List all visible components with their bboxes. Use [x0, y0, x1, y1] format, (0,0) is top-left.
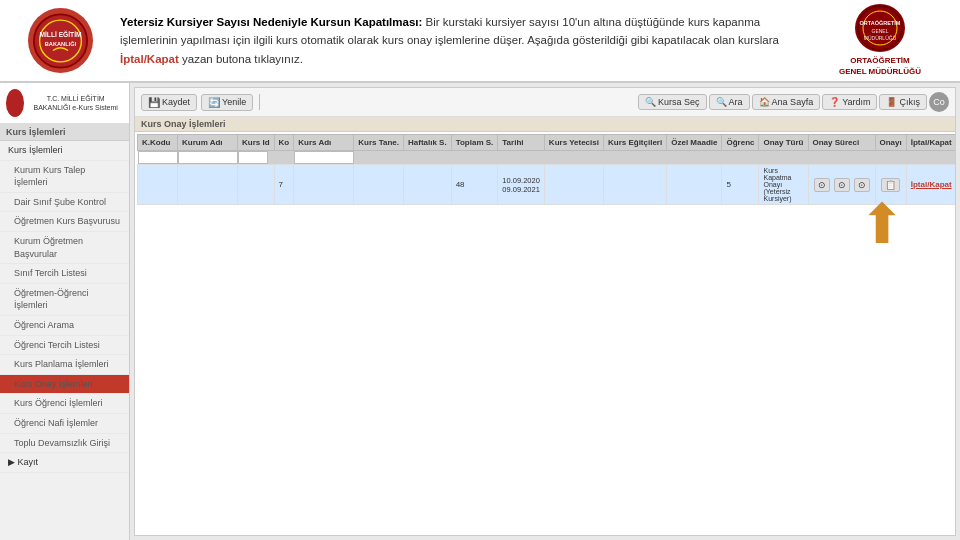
cell-onay-sureci: ⊙ ⊙ ⊙ [808, 165, 875, 205]
sidebar-item-ogretmen-ogrenci[interactable]: Öğretmen-Öğrenci İşlemleri [0, 284, 129, 316]
ara-icon: 🔍 [716, 97, 727, 107]
col-ko: Ko [274, 135, 294, 151]
col-kurs-adi: Kurs Adı [294, 135, 354, 151]
top-header: MİLLİ EĞİTİM BAKANLIĞI Yetersiz Kursiyer… [0, 0, 960, 81]
toolbar-separator [259, 94, 260, 110]
kursa-sec-icon: 🔍 [645, 97, 656, 107]
sidebar-item-ogrenci-nafi[interactable]: Öğrenci Nafi İşlemler [0, 414, 129, 434]
sidebar-logo-text: T.C. MİLLİ EĞİTİM BAKANLIĞI e-Kurs Siste… [28, 94, 123, 112]
refresh-label: Yenile [222, 97, 246, 107]
cell-kurum-adi [178, 165, 238, 205]
toolbar-search: 🔍 Kursa Seç 🔍 Ara 🏠 Ana Sayfa ❓ Yardım [638, 92, 949, 112]
cikis-button[interactable]: 🚪 Çıkış [879, 94, 927, 110]
save-label: Kaydet [162, 97, 190, 107]
header-title-bold: Yetersiz Kursiyer Sayısı Nedeniyle Kursu… [120, 16, 422, 28]
cell-yetecisi [544, 165, 603, 205]
sidebar: T.C. MİLLİ EĞİTİM BAKANLIĞI e-Kurs Siste… [0, 83, 130, 540]
header-text: Yetersiz Kursiyer Sayısı Nedeniyle Kursu… [100, 13, 820, 68]
col-yetecisi: Kurs Yetecisi [544, 135, 603, 151]
sidebar-item-kurs-onay[interactable]: Kurs Onay İşlemleri [0, 375, 129, 395]
ara-label: Ara [729, 97, 743, 107]
sidebar-section-title: Kurs İşlemleri [0, 124, 129, 141]
onayi-btn[interactable]: 📋 [881, 178, 900, 192]
ana-sayfa-button[interactable]: 🏠 Ana Sayfa [752, 94, 821, 110]
save-icon: 💾 [148, 97, 160, 108]
svg-text:GENEL: GENEL [872, 28, 889, 34]
cell-ozel [667, 165, 722, 205]
cell-onay-turu: Kurs Kapatma Onayı (Yetersiz Kursiyer) [759, 165, 808, 205]
col-toplam: Toplam S. [451, 135, 498, 151]
sidebar-item-ogretmen-kurs[interactable]: Öğretmen Kurs Başvurusu [0, 212, 129, 232]
filter-k-kodu[interactable] [138, 151, 178, 164]
cell-ogrenc: 5 [722, 165, 759, 205]
cell-haftalik [403, 165, 451, 205]
sidebar-item-dair[interactable]: Dair Sınıf Şube Kontrol [0, 193, 129, 213]
kurs-table: K.Kodu Kurum Adı Kurs Id Ko Kurs Adı Kur… [137, 134, 955, 205]
sidebar-item-kurs-planlama[interactable]: Kurs Planlama İşlemleri [0, 355, 129, 375]
ana-sayfa-label: Ana Sayfa [772, 97, 814, 107]
logo-right: ORTAÖĞRETİM GENEL MÜDÜRLÜĞÜ ORTAÖĞRETİM … [820, 8, 940, 73]
cell-kurs-id [238, 165, 275, 205]
filter-kurum-adi[interactable] [178, 151, 238, 164]
col-haftalik: Haftalık S. [403, 135, 451, 151]
kursa-sec-label: Kursa Seç [658, 97, 700, 107]
kursa-sec-button[interactable]: 🔍 Kursa Seç [638, 94, 707, 110]
table-row[interactable]: 7 48 10.09.202009.09.2021 5 Kurs Kapatma… [138, 165, 956, 205]
refresh-button[interactable]: 🔄 Yenile [201, 94, 253, 111]
col-ozel: Özel Maadie [667, 135, 722, 151]
logo-left: MİLLİ EĞİTİM BAKANLIĞI [20, 8, 100, 73]
sidebar-item-kurs-ogrenci[interactable]: Kurs Öğrenci İşlemleri [0, 394, 129, 414]
header-highlight: İptal/Kapat [120, 53, 179, 65]
col-ogrenc: Öğrenc [722, 135, 759, 151]
action-btn-1[interactable]: ⊙ [814, 178, 830, 192]
save-button[interactable]: 💾 Kaydet [141, 94, 197, 111]
col-kurs-id: Kurs Id [238, 135, 275, 151]
svg-text:BAKANLIĞI: BAKANLIĞI [44, 40, 76, 46]
col-onayi: Onayı [875, 135, 906, 151]
sidebar-item-kurum-ogretmen[interactable]: Kurum Öğretmen Başvurular [0, 232, 129, 264]
meb-logo: MİLLİ EĞİTİM BAKANLIĞI [28, 8, 93, 73]
cell-egitciler [603, 165, 666, 205]
cikis-label: Çıkış [899, 97, 920, 107]
svg-text:MİLLİ EĞİTİM: MİLLİ EĞİTİM [39, 30, 82, 38]
col-iptal-kapat: İptal/Kapat [906, 135, 955, 151]
ara-button[interactable]: 🔍 Ara [709, 94, 750, 110]
col-onay-turu: Onay Türü [759, 135, 808, 151]
action-btn-3[interactable]: ⊙ [854, 178, 870, 192]
cell-tarihi: 10.09.202009.09.2021 [498, 165, 545, 205]
sidebar-item-ogrenci-arama[interactable]: Öğrenci Arama [0, 316, 129, 336]
refresh-icon: 🔄 [208, 97, 220, 108]
table-header-row: K.Kodu Kurum Adı Kurs Id Ko Kurs Adı Kur… [138, 135, 956, 151]
yardim-label: Yardım [842, 97, 870, 107]
svg-text:ORTAÖĞRETİM: ORTAÖĞRETİM [860, 20, 901, 26]
table-filter-row [138, 151, 956, 165]
sidebar-item-0[interactable]: Kurs İşlemleri [0, 141, 129, 161]
yardim-icon: ❓ [829, 97, 840, 107]
user-avatar: Co [929, 92, 949, 112]
filter-kurs-id[interactable] [238, 151, 268, 164]
col-onay-sureci: Onay Süreci [808, 135, 875, 151]
cell-kurs-tane [354, 165, 404, 205]
cell-toplam: 48 [451, 165, 498, 205]
table-wrapper: K.Kodu Kurum Adı Kurs Id Ko Kurs Adı Kur… [135, 132, 955, 535]
cell-iptal-kapat[interactable]: İptal/Kapat [906, 165, 955, 205]
panel-title-bar: Kurs Onay İşlemleri [135, 117, 955, 132]
sidebar-logo: T.C. MİLLİ EĞİTİM BAKANLIĞI e-Kurs Siste… [0, 83, 129, 124]
yardim-button[interactable]: ❓ Yardım [822, 94, 877, 110]
col-tarihi: Tarihi [498, 135, 545, 151]
action-btn-2[interactable]: ⊙ [834, 178, 850, 192]
col-kurum-adi: Kurum Adı [178, 135, 238, 151]
ana-sayfa-icon: 🏠 [759, 97, 770, 107]
sidebar-item-kurum-kurs-talep[interactable]: Kurum Kurs Talep İşlemleri [0, 161, 129, 193]
cell-onayi: 📋 [875, 165, 906, 205]
sidebar-item-ogrenci-tercih[interactable]: Öğrenci Tercih Listesi [0, 336, 129, 356]
sidebar-item-sinif-tercih[interactable]: Sınıf Tercih Listesi [0, 264, 129, 284]
header-title-end: yazan butona tıklayınız. [182, 53, 303, 65]
main-content: T.C. MİLLİ EĞİTİM BAKANLIĞI e-Kurs Siste… [0, 81, 960, 540]
ortaogretim-logo: ORTAÖĞRETİM GENEL MÜDÜRLÜĞÜ [855, 4, 905, 52]
sidebar-item-toplu-devamsizlik[interactable]: Toplu Devamsızlık Girişi [0, 434, 129, 454]
cikis-icon: 🚪 [886, 97, 897, 107]
col-egitciler: Kurs Eğitçileri [603, 135, 666, 151]
sidebar-item-kayit[interactable]: ▶ Kayıt [0, 453, 129, 473]
filter-kurs-adi[interactable] [294, 151, 354, 164]
